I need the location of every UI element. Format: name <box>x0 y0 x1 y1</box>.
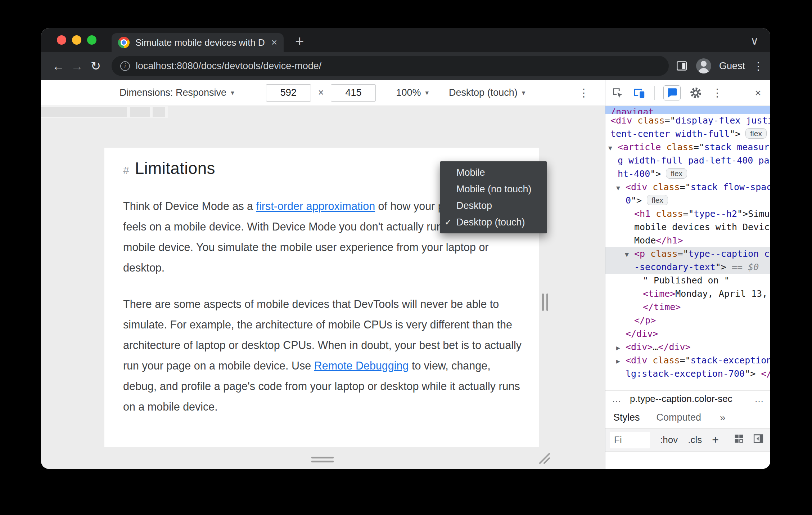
device-toolbar: Dimensions: Responsive ▾ 592 × 415 100% … <box>41 80 605 106</box>
close-window-button[interactable] <box>57 35 66 45</box>
dom-node-line[interactable]: g width-full pad-left-400 pad <box>605 154 770 167</box>
code-token: <article <box>618 142 661 152</box>
toggle-device-toolbar-icon[interactable] <box>633 86 646 99</box>
viewport-resize-handle-corner[interactable] <box>537 451 551 466</box>
minimize-window-button[interactable] <box>72 35 81 45</box>
code-token: type--caption co <box>689 248 770 259</box>
browser-menu-button[interactable]: ⋮ <box>753 60 762 72</box>
code-token <box>647 182 653 192</box>
code-token: <p <box>634 248 645 259</box>
height-input[interactable]: 415 <box>331 84 376 102</box>
dom-node-line[interactable]: tent-center width-full">flex <box>605 127 770 140</box>
code-token: stack-exception- <box>691 355 770 366</box>
tab-search-chevron-icon[interactable]: ∨ <box>750 34 759 48</box>
dom-node-line[interactable]: ▶<div class="stack-exception- <box>605 354 770 367</box>
dom-node-line[interactable]: ▼<p class="type--caption co <box>605 247 770 260</box>
styles-filter-input[interactable]: Fi <box>610 432 650 448</box>
width-input[interactable]: 592 <box>266 84 311 102</box>
toggle-hover-state-button[interactable]: :hov <box>660 434 678 445</box>
device-type-select[interactable]: Desktop (touch) ▾ <box>449 87 525 98</box>
new-style-rule-button[interactable]: + <box>712 433 719 447</box>
new-tab-button[interactable]: + <box>295 34 304 49</box>
maximize-window-button[interactable] <box>87 35 96 45</box>
reload-button[interactable]: ↻ <box>86 59 105 73</box>
times-separator: × <box>318 87 324 98</box>
code-token: class <box>653 182 680 192</box>
dom-node-line[interactable]: <h1 class="type--h2">Simu <box>605 207 770 220</box>
back-button[interactable]: ← <box>49 59 68 73</box>
device-type-option[interactable]: Mobile (no touch) <box>440 181 547 197</box>
console-messages-button[interactable] <box>663 85 681 100</box>
close-tab-icon[interactable]: × <box>271 37 277 48</box>
code-token: g width-full pad-left-400 pad <box>618 155 770 166</box>
rendering-grid-icon[interactable] <box>734 433 744 447</box>
dom-node-line[interactable]: /navigat <box>605 106 770 114</box>
expand-arrow-icon[interactable]: ▶ <box>616 354 626 367</box>
breadcrumb-selected[interactable]: p.type--caption.color-sec <box>630 393 732 404</box>
profile-avatar[interactable] <box>696 58 711 73</box>
tab-styles[interactable]: Styles <box>613 412 640 423</box>
dimensions-select[interactable]: Dimensions: Responsive ▾ <box>119 87 234 98</box>
flex-badge[interactable]: flex <box>745 128 767 139</box>
tab-computed[interactable]: Computed <box>657 412 702 423</box>
breadcrumb-overflow-left[interactable]: … <box>612 393 621 404</box>
dom-node-line[interactable]: ht-400">flex <box>605 167 770 180</box>
inspect-element-icon[interactable] <box>611 86 624 99</box>
paragraph-text: Think of Device Mode as a <box>123 200 256 212</box>
page-link[interactable]: Remote Debugging <box>314 359 409 372</box>
flex-badge[interactable]: flex <box>666 168 687 179</box>
code-token: "> <box>730 129 740 139</box>
flex-badge[interactable]: flex <box>647 195 668 205</box>
dom-node-line[interactable]: 0">flex <box>605 194 770 207</box>
dom-node-line[interactable]: <div class="display-flex justif <box>605 114 770 127</box>
forward-button[interactable]: → <box>68 59 86 73</box>
dom-node-line[interactable]: mobile devices with Device <box>605 220 770 234</box>
site-info-icon[interactable]: i <box>120 61 130 71</box>
device-type-option[interactable]: ✓Desktop (touch) <box>440 214 547 230</box>
show-sidebar-icon[interactable] <box>753 433 764 447</box>
dom-node-line[interactable]: ▼<article class="stack measure <box>605 140 770 154</box>
device-type-option[interactable]: Desktop <box>440 197 547 214</box>
page-link[interactable]: first-order approximation <box>256 200 375 212</box>
dom-node-line[interactable]: lg:stack-exception-700"> </ <box>605 367 770 380</box>
collapse-arrow-icon[interactable]: ▼ <box>608 141 618 154</box>
browser-tab[interactable]: Simulate mobile devices with D × <box>112 33 284 52</box>
code-token: mobile devices with Device <box>634 222 770 232</box>
code-token: =" <box>677 248 688 259</box>
dom-node-line[interactable]: <time>Monday, April 13, <box>605 287 770 300</box>
tab-strip: Simulate mobile devices with D × + ∨ <box>41 28 770 52</box>
dom-node-line[interactable]: ▶<div>…</div> <box>605 340 770 354</box>
viewport-resize-handle-bottom[interactable] <box>311 457 334 462</box>
code-token: class <box>650 248 677 259</box>
dom-node-line[interactable]: " Published on " <box>605 274 770 287</box>
dom-node-line[interactable]: Mode</h1> <box>605 234 770 247</box>
device-type-value: Desktop (touch) <box>449 87 518 98</box>
device-type-option[interactable]: Mobile <box>440 164 547 181</box>
sidebar-tabs: Styles Computed » <box>605 407 770 429</box>
collapse-arrow-icon[interactable]: ▼ <box>625 248 634 260</box>
settings-gear-icon[interactable] <box>689 86 702 99</box>
close-devtools-button[interactable]: × <box>752 86 764 99</box>
dom-node-line[interactable]: -secondary-text"> == $0 <box>605 260 770 274</box>
side-panel-icon[interactable] <box>675 59 688 72</box>
code-token: class <box>656 209 683 219</box>
ruler-segment <box>168 106 605 118</box>
breadcrumb-overflow-right[interactable]: … <box>754 393 764 404</box>
collapse-arrow-icon[interactable]: ▼ <box>616 181 626 194</box>
code-token: "> <box>716 262 732 272</box>
viewport-resize-handle-right[interactable] <box>542 294 548 311</box>
address-bar[interactable]: i localhost:8080/docs/devtools/device-mo… <box>112 56 669 76</box>
devtools-menu-button[interactable]: ⋮ <box>711 86 724 99</box>
expand-arrow-icon[interactable]: ▶ <box>616 341 626 354</box>
zoom-select[interactable]: 100% ▾ <box>396 87 429 98</box>
device-toolbar-menu-button[interactable]: ⋮ <box>578 86 589 99</box>
code-token <box>661 142 666 152</box>
dom-node-line[interactable]: </p> <box>605 314 770 327</box>
dom-node-line[interactable]: </time> <box>605 300 770 314</box>
toggle-class-button[interactable]: .cls <box>688 434 702 445</box>
dom-node-line[interactable]: </div> <box>605 327 770 340</box>
code-token: lg:stack-exception-700 <box>626 368 745 379</box>
tabs-overflow-chevrons[interactable]: » <box>720 412 726 424</box>
heading-anchor-hash[interactable]: # <box>123 164 129 176</box>
dom-node-line[interactable]: ▼<div class="stack flow-spac <box>605 180 770 194</box>
